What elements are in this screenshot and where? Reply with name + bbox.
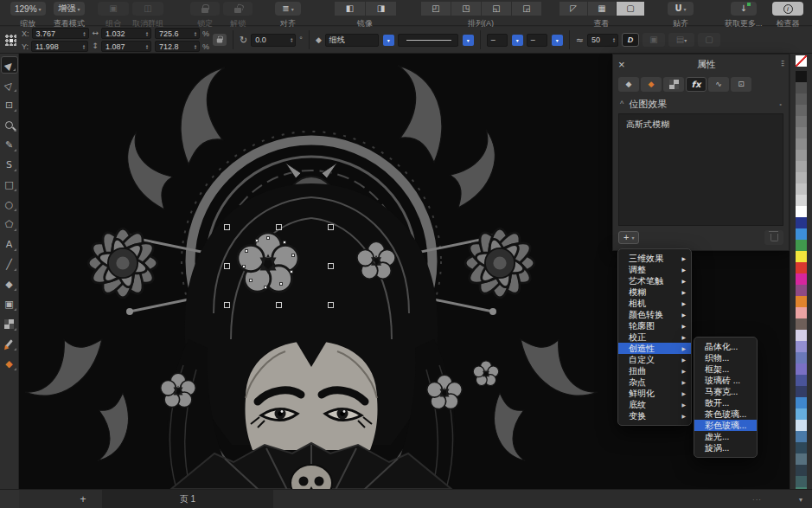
menu-item[interactable]: 校正▶ — [618, 331, 691, 343]
curve-node[interactable] — [245, 249, 248, 253]
menu-item[interactable]: 底纹▶ — [618, 399, 691, 410]
overflow-menu-button[interactable]: ··· — [752, 490, 762, 508]
menu-item[interactable]: 颜色转换▶ — [618, 309, 691, 320]
color-swatch[interactable] — [796, 195, 807, 206]
view-page-button[interactable]: ▢ — [617, 2, 644, 16]
submenu-item[interactable]: 框架... — [694, 363, 757, 375]
unlock-button[interactable] — [223, 2, 253, 16]
selection-handle-sw[interactable] — [224, 302, 230, 308]
color-swatch[interactable] — [796, 71, 807, 82]
pen-tool[interactable]: ◆ — [1, 275, 18, 293]
selection-handle-nw[interactable] — [224, 224, 230, 230]
menu-item[interactable]: 创造性▶ — [618, 343, 691, 354]
submenu-item[interactable]: 旋涡... — [694, 442, 757, 453]
stepper-icon[interactable]: ▲▼ — [612, 37, 616, 42]
color-swatch[interactable] — [796, 285, 807, 296]
stepper-icon[interactable]: ▲▼ — [83, 31, 86, 36]
outline-width-select[interactable]: 细线 — [325, 34, 379, 47]
color-swatch[interactable] — [796, 55, 807, 67]
combine-button[interactable]: ▣ — [98, 2, 129, 16]
tab-transparency[interactable] — [663, 77, 684, 92]
color-swatch[interactable] — [796, 82, 807, 93]
color-swatch[interactable] — [796, 330, 807, 341]
color-swatch[interactable] — [796, 172, 807, 183]
color-swatch[interactable] — [796, 183, 807, 195]
page-tab[interactable]: 页 1 — [102, 490, 273, 508]
curve-node[interactable] — [266, 236, 270, 240]
submenu-item[interactable]: 晶体化... — [694, 341, 757, 352]
submenu-item[interactable]: 马赛克... — [694, 386, 757, 397]
color-swatch[interactable] — [796, 420, 807, 431]
polygon-tool[interactable]: ⬠ — [1, 215, 18, 233]
color-swatch[interactable] — [796, 431, 807, 442]
color-swatch[interactable] — [796, 453, 807, 465]
rotation-input[interactable]: 0.0▲▼ — [251, 34, 296, 47]
pick-tool[interactable]: ▶ — [1, 56, 18, 74]
shape-tool[interactable]: ▷ — [1, 76, 18, 93]
color-swatch[interactable] — [796, 251, 807, 262]
effect-tool[interactable]: ▣ — [1, 295, 18, 312]
color-swatch[interactable] — [796, 93, 807, 105]
curve-node[interactable] — [242, 265, 246, 268]
tab-internet[interactable]: ⊡ — [731, 77, 751, 92]
menu-item[interactable]: 变换▶ — [618, 410, 691, 421]
ellipse-tool[interactable]: ○ — [1, 196, 18, 213]
selection-handle-e[interactable] — [328, 263, 334, 269]
selection-handle-se[interactable] — [328, 302, 334, 308]
chevron-down-icon[interactable]: ▾ — [512, 35, 523, 46]
color-swatch[interactable] — [796, 217, 807, 228]
curve-node[interactable] — [290, 270, 293, 273]
x-input[interactable]: 3.767▲▼ — [32, 28, 89, 39]
selection-handle-ne[interactable] — [328, 224, 334, 230]
stepper-icon[interactable]: ▲▼ — [290, 37, 293, 42]
color-swatch[interactable] — [796, 442, 807, 453]
tab-outline[interactable]: ◆ — [618, 77, 639, 92]
to-front-button[interactable]: ◰ — [421, 2, 451, 16]
color-swatch[interactable] — [796, 262, 807, 273]
zoom-tool[interactable] — [1, 116, 18, 133]
view-mode-select[interactable]: 增强▾ — [54, 2, 84, 16]
color-swatch[interactable] — [796, 363, 807, 375]
zoom-level-select[interactable]: 129%▾ — [10, 2, 46, 16]
to-back-button[interactable]: ◳ — [451, 2, 481, 16]
menu-item[interactable]: 相机▶ — [618, 298, 691, 309]
lock-button[interactable] — [190, 2, 220, 16]
add-page-button[interactable]: + — [71, 490, 95, 508]
view-grid-button[interactable]: ▦ — [588, 2, 616, 16]
add-effect-button[interactable]: +▾ — [618, 231, 639, 244]
menu-item[interactable]: 三维效果▶ — [618, 253, 691, 264]
y-input[interactable]: 11.998▲▼ — [31, 41, 88, 52]
color-swatch[interactable] — [796, 228, 807, 240]
color-swatch[interactable] — [796, 476, 807, 487]
menu-item[interactable]: 轮廓图▶ — [618, 320, 691, 331]
transparency-tool[interactable] — [1, 315, 18, 332]
snap-dropdown[interactable]: U▾ — [668, 2, 694, 16]
curve-node[interactable] — [249, 279, 253, 282]
effects-dropdown-button[interactable]: ▤▾ — [668, 33, 694, 47]
line-style-select[interactable] — [398, 34, 458, 47]
color-swatch[interactable] — [796, 138, 807, 150]
chevron-down-icon[interactable]: ▾ — [383, 35, 394, 46]
color-swatch[interactable] — [796, 150, 807, 161]
curve-node[interactable] — [291, 254, 295, 257]
bounding-box-button[interactable]: ▢ — [698, 33, 720, 47]
submenu-item[interactable]: 虚光... — [694, 431, 757, 442]
color-swatch[interactable] — [796, 105, 807, 116]
sketch-mode-button[interactable]: D — [622, 33, 639, 47]
submenu-item[interactable]: 玻璃砖 ... — [694, 375, 757, 386]
submenu-item[interactable]: 织物... — [694, 352, 757, 363]
anchor-point-selector[interactable] — [5, 35, 16, 46]
color-swatch[interactable] — [796, 465, 807, 476]
color-swatch[interactable] — [796, 408, 807, 420]
curve-node[interactable] — [264, 286, 267, 289]
color-swatch[interactable] — [796, 352, 807, 363]
menu-item[interactable]: 调整▶ — [618, 264, 691, 275]
color-swatch[interactable] — [796, 296, 807, 307]
submenu-item[interactable]: 彩色玻璃... — [694, 420, 757, 431]
chevron-down-icon[interactable]: ▾ — [463, 35, 474, 46]
close-icon[interactable]: × — [618, 58, 632, 71]
color-swatch[interactable] — [796, 375, 807, 386]
menu-item[interactable]: 自定义▶ — [618, 354, 691, 365]
color-swatch[interactable] — [796, 240, 807, 251]
color-swatch[interactable] — [796, 206, 807, 217]
